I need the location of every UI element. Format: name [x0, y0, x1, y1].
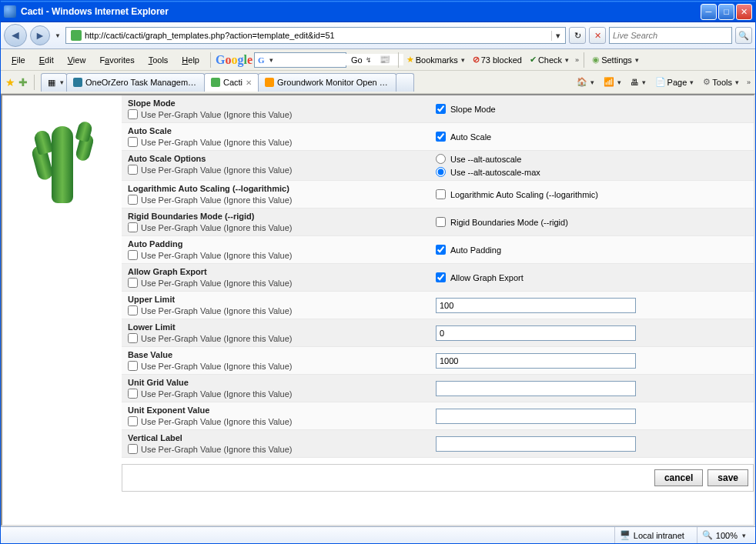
checkbox-logarithmic[interactable]: [436, 189, 446, 199]
pergraph-auto-scale-options[interactable]: [128, 165, 138, 175]
checkbox-rigid[interactable]: [436, 217, 446, 227]
checkbox-slope-mode[interactable]: [436, 104, 446, 114]
radio-alt-autoscale-max[interactable]: [436, 167, 446, 177]
zoom-control[interactable]: 🔍 100% ▾: [697, 527, 751, 543]
row-auto-scale-options: Auto Scale Options Use Per-Graph Value (…: [122, 151, 754, 181]
maximize-button[interactable]: □: [718, 4, 734, 20]
google-search-box[interactable]: G ▾: [254, 52, 346, 68]
search-box[interactable]: [609, 27, 732, 44]
label-allow-export: Allow Graph Export: [128, 267, 423, 276]
titlebar: Cacti - Windows Internet Explorer ─ □ ✕: [1, 1, 755, 22]
input-unit-exp[interactable]: [436, 409, 636, 424]
intranet-icon: 🖥️: [620, 530, 631, 540]
menu-tools[interactable]: Tools: [142, 53, 175, 67]
label-unit-grid: Unit Grid Value: [128, 378, 423, 387]
bookmarks-button[interactable]: ★ Bookmarks▾: [403, 53, 468, 66]
sidebar: [2, 95, 122, 525]
toolbar-overflow[interactable]: »: [575, 56, 579, 64]
page-menu[interactable]: 📄 Page ▾: [652, 75, 697, 88]
pergraph-base-value[interactable]: [128, 361, 138, 371]
pergraph-vertical-label[interactable]: [128, 444, 138, 454]
forward-button[interactable]: ►: [30, 25, 50, 45]
new-tab-button[interactable]: [396, 73, 414, 92]
row-base-value: Base Value Use Per-Graph Value (Ignore t…: [122, 347, 754, 375]
add-favorite-icon[interactable]: ✚: [18, 76, 28, 88]
address-input[interactable]: [85, 31, 551, 40]
label-lower-limit: Lower Limit: [128, 322, 423, 332]
quick-tabs-button[interactable]: ▦▾: [41, 73, 67, 92]
menu-help[interactable]: Help: [176, 53, 206, 67]
input-lower-limit[interactable]: [436, 325, 636, 341]
security-zone[interactable]: 🖥️ Local intranet: [614, 527, 689, 543]
label-base-value: Base Value: [128, 350, 423, 359]
tab-groundwork[interactable]: Groundwork Monitor Open S...: [258, 73, 396, 92]
minimize-button[interactable]: ─: [701, 4, 717, 20]
pergraph-unit-grid[interactable]: [128, 389, 138, 399]
save-button[interactable]: save: [707, 469, 748, 486]
feeds-button[interactable]: 📶 ▾: [600, 75, 624, 88]
label-slope-mode: Slope Mode: [128, 98, 423, 108]
tab-close-icon[interactable]: ✕: [246, 78, 252, 87]
row-logarithmic: Logarithmic Auto Scaling (--logarithmic)…: [122, 181, 754, 209]
pergraph-logarithmic[interactable]: [128, 195, 138, 205]
google-news-icon[interactable]: 📰: [376, 53, 393, 66]
input-upper-limit[interactable]: [436, 298, 636, 313]
pergraph-rigid[interactable]: [128, 222, 138, 232]
pergraph-auto-scale[interactable]: [128, 137, 138, 147]
checkbox-allow-export[interactable]: [436, 272, 446, 282]
popup-blocker[interactable]: ⊘ 73 blocked: [470, 53, 525, 66]
menu-favorites[interactable]: Favorites: [93, 53, 140, 67]
pergraph-slope-mode[interactable]: [128, 109, 138, 119]
close-button[interactable]: ✕: [736, 4, 752, 20]
row-rigid: Rigid Boundaries Mode (--rigid) Use Per-…: [122, 209, 754, 236]
cancel-button[interactable]: cancel: [654, 469, 703, 486]
label-rigid: Rigid Boundaries Mode (--rigid): [128, 212, 423, 221]
input-vertical-label[interactable]: [436, 436, 636, 452]
tools-menu[interactable]: ⚙ Tools ▾: [700, 75, 742, 88]
menu-view[interactable]: View: [62, 53, 92, 67]
settings-button[interactable]: ◉ Settings▾: [589, 53, 642, 66]
stop-button[interactable]: ✕: [589, 27, 606, 44]
address-dropdown[interactable]: ▾: [551, 31, 564, 41]
pergraph-upper-limit[interactable]: [128, 305, 138, 315]
checkbox-auto-padding[interactable]: [436, 245, 446, 255]
label-logarithmic: Logarithmic Auto Scaling (--logarithmic): [128, 184, 423, 193]
print-button[interactable]: 🖶 ▾: [627, 76, 649, 88]
tab-oneorzero[interactable]: OneOrZero Task Managemen...: [66, 73, 205, 92]
row-auto-scale: Auto Scale Use Per-Graph Value (Ignore t…: [122, 123, 754, 151]
menu-edit[interactable]: Edit: [33, 53, 60, 67]
home-button[interactable]: 🏠 ▾: [574, 75, 597, 88]
cacti-logo: [32, 118, 93, 211]
search-input[interactable]: [613, 31, 728, 40]
cmdbar-overflow[interactable]: »: [747, 78, 751, 86]
label-auto-padding: Auto Padding: [128, 239, 423, 249]
radio-alt-autoscale[interactable]: [436, 154, 446, 164]
menu-file[interactable]: FFileile: [5, 53, 32, 67]
search-button[interactable]: 🔍: [735, 27, 752, 44]
checkbox-auto-scale[interactable]: [436, 132, 446, 142]
google-logo: Google: [216, 53, 253, 67]
nav-toolbar: ◄ ► ▼ ▾ ↻ ✕ 🔍: [1, 22, 755, 49]
menu-bar: FFileile Edit View Favorites Tools Help …: [1, 49, 755, 71]
refresh-button[interactable]: ↻: [569, 27, 586, 44]
pergraph-allow-export[interactable]: [128, 278, 138, 288]
spellcheck-button[interactable]: ✔ Check ▾: [527, 53, 572, 66]
address-bar[interactable]: ▾: [65, 27, 566, 44]
tab-bar: ★ ✚ ▦▾ OneOrZero Task Managemen... Cacti…: [1, 71, 755, 94]
pergraph-auto-padding[interactable]: [128, 250, 138, 260]
pergraph-lower-limit[interactable]: [128, 333, 138, 343]
row-unit-grid: Unit Grid Value Use Per-Graph Value (Ign…: [122, 375, 754, 402]
input-unit-grid[interactable]: [436, 381, 636, 396]
groundwork-favicon: [265, 78, 274, 87]
pergraph-unit-exp[interactable]: [128, 416, 138, 426]
google-go-button[interactable]: Go ↯: [348, 54, 375, 66]
favorites-icon[interactable]: ★: [5, 76, 15, 88]
input-base-value[interactable]: [436, 353, 636, 369]
row-unit-exp: Unit Exponent Value Use Per-Graph Value …: [122, 402, 754, 430]
row-lower-limit: Lower Limit Use Per-Graph Value (Ignore …: [122, 319, 754, 347]
status-bar: 🖥️ Local intranet 🔍 100% ▾: [1, 526, 755, 543]
back-button[interactable]: ◄: [4, 24, 27, 47]
nav-history-dropdown[interactable]: ▼: [53, 32, 62, 39]
tab-cacti[interactable]: Cacti ✕: [204, 73, 259, 92]
label-auto-scale-options: Auto Scale Options: [128, 154, 423, 163]
